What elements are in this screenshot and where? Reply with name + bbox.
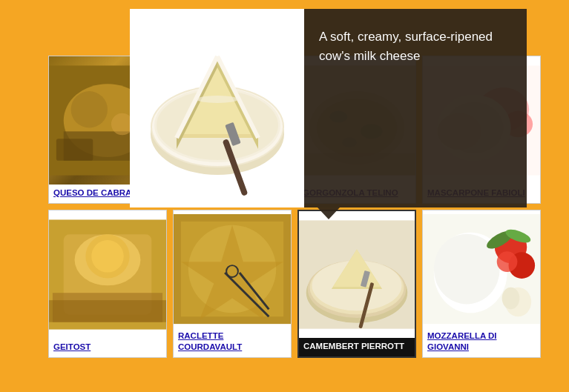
camembert-popup-image xyxy=(136,19,299,197)
popup-description: A soft, creamy, surface-ripened cow's mi… xyxy=(319,27,512,67)
popup-arrow xyxy=(318,207,340,219)
cheese-label-geitost: GEITOST xyxy=(49,339,166,357)
cheese-popup: A soft, creamy, surface-ripened cow's mi… xyxy=(130,9,527,207)
svg-rect-43 xyxy=(49,300,166,322)
svg-point-36 xyxy=(197,96,238,103)
svg-point-70 xyxy=(502,288,520,310)
popup-image-container xyxy=(130,9,304,207)
cheese-card-geitost[interactable]: GEITOST xyxy=(48,210,167,358)
svg-point-66 xyxy=(497,251,518,272)
cheese-image-mozzarella xyxy=(423,210,540,328)
cheese-card-mozzarella[interactable]: MOZZARELLA DI GIOVANNI xyxy=(422,210,541,358)
cheese-image-geitost xyxy=(49,210,166,339)
cheese-card-raclette[interactable]: RACLETTE COURDAVAULT xyxy=(173,210,292,358)
svg-rect-5 xyxy=(56,139,93,161)
popup-text-area: A soft, creamy, surface-ripened cow's mi… xyxy=(304,9,527,207)
svg-point-45 xyxy=(91,240,123,272)
cheese-image-raclette xyxy=(174,210,291,328)
cheese-image-camembert xyxy=(299,211,415,338)
svg-point-3 xyxy=(71,91,108,127)
cheese-label-mozzarella: MOZZARELLA DI GIOVANNI xyxy=(423,328,540,357)
cheese-card-camembert[interactable]: CAMEMBERT PIERROTT xyxy=(297,210,416,358)
cheese-label-raclette: RACLETTE COURDAVAULT xyxy=(174,328,291,357)
cheese-label-camembert: CAMEMBERT PIERROTT xyxy=(299,338,415,356)
